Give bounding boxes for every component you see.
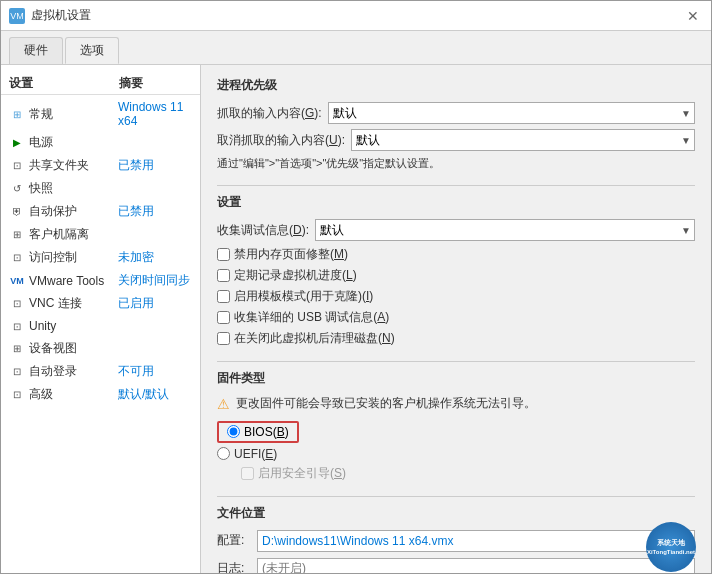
shared-folders-icon: ⊡ bbox=[9, 158, 25, 174]
vnc-label: VNC 连接 bbox=[29, 295, 114, 312]
clean-disk-label: 在关闭此虚拟机后清理磁盘(N) bbox=[234, 330, 395, 347]
log-checkbox[interactable] bbox=[217, 269, 230, 282]
secure-boot-row: 启用安全引导(S) bbox=[241, 465, 695, 482]
left-panel: 设置 摘要 ⊞ 常规 Windows 11 x64 ▶ 电源 ⊡ 共享文件夹 已… bbox=[1, 65, 201, 573]
bios-radio[interactable] bbox=[227, 425, 240, 438]
settings-item-advanced[interactable]: ⊡ 高级 默认/默认 bbox=[1, 383, 200, 406]
advanced-summary: 默认/默认 bbox=[118, 386, 192, 403]
config-path-input[interactable] bbox=[257, 530, 695, 552]
priority-section: 进程优先级 抓取的输入内容(G): 默认 ▼ 取消抓取的输入内容(U): 默认 bbox=[217, 77, 695, 171]
settings-item-vnc[interactable]: ⊡ VNC 连接 已启用 bbox=[1, 292, 200, 315]
clean-disk-checkbox[interactable] bbox=[217, 332, 230, 345]
vmware-tools-label: VMware Tools bbox=[29, 274, 114, 288]
settings-col-header: 设置 bbox=[9, 75, 119, 92]
guest-isolation-icon: ⊞ bbox=[9, 227, 25, 243]
checkbox-row-clean-disk: 在关闭此虚拟机后清理磁盘(N) bbox=[217, 330, 695, 347]
autoprotect-summary: 已禁用 bbox=[118, 203, 192, 220]
device-view-label: 设备视图 bbox=[29, 340, 114, 357]
autologon-icon: ⊡ bbox=[9, 364, 25, 380]
debug-info-select-wrapper: 默认 ▼ bbox=[315, 219, 695, 241]
summary-col-header: 摘要 bbox=[119, 75, 192, 92]
capture-input-label: 抓取的输入内容(G): bbox=[217, 105, 322, 122]
watermark: 系统天地XiTongTiandi.net bbox=[641, 527, 701, 567]
file-location-section: 文件位置 配置: 日志: bbox=[217, 505, 695, 573]
config-file-row: 配置: bbox=[217, 530, 695, 552]
usb-debug-checkbox[interactable] bbox=[217, 311, 230, 324]
settings-item-access-control[interactable]: ⊡ 访问控制 未加密 bbox=[1, 246, 200, 269]
firmware-warning-text: 更改固件可能会导致已安装的客户机操作系统无法引导。 bbox=[236, 395, 536, 412]
priority-hint: 通过"编辑">"首选项">"优先级"指定默认设置。 bbox=[217, 156, 695, 171]
settings-item-unity[interactable]: ⊡ Unity bbox=[1, 315, 200, 337]
device-view-icon: ⊞ bbox=[9, 341, 25, 357]
template-checkbox[interactable] bbox=[217, 290, 230, 303]
dialog: VM 虚拟机设置 ✕ 硬件 选项 设置 摘要 ⊞ 常规 Windows 11 x… bbox=[0, 0, 712, 574]
divider-2 bbox=[217, 361, 695, 362]
secure-boot-checkbox-row: 启用安全引导(S) bbox=[241, 465, 695, 482]
settings-item-device-view[interactable]: ⊞ 设备视图 bbox=[1, 337, 200, 360]
access-control-label: 访问控制 bbox=[29, 249, 114, 266]
log-path-input[interactable] bbox=[257, 558, 695, 573]
debug-info-label: 收集调试信息(D): bbox=[217, 222, 309, 239]
checkbox-row-log: 定期记录虚拟机进度(L) bbox=[217, 267, 695, 284]
autoprotect-icon: ⛨ bbox=[9, 204, 25, 220]
access-control-summary: 未加密 bbox=[118, 249, 192, 266]
autoprotect-label: 自动保护 bbox=[29, 203, 114, 220]
bios-option-highlighted: BIOS(B) bbox=[217, 421, 299, 443]
usb-debug-label: 收集详细的 USB 调试信息(A) bbox=[234, 309, 389, 326]
settings-item-shared-folders[interactable]: ⊡ 共享文件夹 已禁用 bbox=[1, 154, 200, 177]
dialog-title: 虚拟机设置 bbox=[31, 7, 91, 24]
snapshot-icon: ↺ bbox=[9, 181, 25, 197]
vmware-tools-summary: 关闭时间同步 bbox=[118, 272, 192, 289]
tab-hardware[interactable]: 硬件 bbox=[9, 37, 63, 64]
vmware-tools-icon: VM bbox=[9, 273, 25, 289]
shared-folders-summary: 已禁用 bbox=[118, 157, 192, 174]
memory-label: 禁用内存页面修整(M) bbox=[234, 246, 348, 263]
divider-3 bbox=[217, 496, 695, 497]
debug-info-select[interactable]: 默认 bbox=[315, 219, 695, 241]
capture-input-select[interactable]: 默认 bbox=[328, 102, 695, 124]
config-label: 配置: bbox=[217, 532, 251, 549]
general-icon: ⊞ bbox=[9, 106, 25, 122]
capture-input-row: 抓取的输入内容(G): 默认 ▼ bbox=[217, 102, 695, 124]
settings-item-snapshot[interactable]: ↺ 快照 bbox=[1, 177, 200, 200]
unity-icon: ⊡ bbox=[9, 318, 25, 334]
checkbox-row-template: 启用模板模式(用于克隆)(I) bbox=[217, 288, 695, 305]
settings-section-title: 设置 bbox=[217, 194, 695, 213]
template-label: 启用模板模式(用于克隆)(I) bbox=[234, 288, 373, 305]
settings-list: ⊞ 常规 Windows 11 x64 ▶ 电源 ⊡ 共享文件夹 已禁用 ↺ 快… bbox=[1, 97, 200, 406]
watermark-logo: 系统天地XiTongTiandi.net bbox=[646, 522, 696, 572]
bios-radio-row: BIOS(B) bbox=[217, 421, 695, 443]
settings-item-general[interactable]: ⊞ 常规 Windows 11 x64 bbox=[1, 97, 200, 131]
close-button[interactable]: ✕ bbox=[683, 6, 703, 26]
release-input-select[interactable]: 默认 bbox=[351, 129, 695, 151]
log-label: 日志: bbox=[217, 560, 251, 573]
power-icon: ▶ bbox=[9, 135, 25, 151]
settings-item-guest-isolation[interactable]: ⊞ 客户机隔离 bbox=[1, 223, 200, 246]
capture-input-select-wrapper: 默认 ▼ bbox=[328, 102, 695, 124]
advanced-icon: ⊡ bbox=[9, 387, 25, 403]
secure-boot-checkbox[interactable] bbox=[241, 467, 254, 480]
release-input-label: 取消抓取的输入内容(U): bbox=[217, 132, 345, 149]
bios-label: BIOS(B) bbox=[244, 425, 289, 439]
settings-item-autoprotect[interactable]: ⛨ 自动保护 已禁用 bbox=[1, 200, 200, 223]
log-label: 定期记录虚拟机进度(L) bbox=[234, 267, 357, 284]
title-bar-left: VM 虚拟机设置 bbox=[9, 7, 91, 24]
vnc-icon: ⊡ bbox=[9, 296, 25, 312]
unity-label: Unity bbox=[29, 319, 114, 333]
settings-item-autologon[interactable]: ⊡ 自动登录 不可用 bbox=[1, 360, 200, 383]
priority-section-title: 进程优先级 bbox=[217, 77, 695, 96]
memory-checkbox[interactable] bbox=[217, 248, 230, 261]
firmware-section-title: 固件类型 bbox=[217, 370, 695, 389]
tab-options[interactable]: 选项 bbox=[65, 37, 119, 64]
vnc-summary: 已启用 bbox=[118, 295, 192, 312]
general-label: 常规 bbox=[29, 106, 114, 123]
release-input-select-wrapper: 默认 ▼ bbox=[351, 129, 695, 151]
settings-item-power[interactable]: ▶ 电源 bbox=[1, 131, 200, 154]
guest-isolation-label: 客户机隔离 bbox=[29, 226, 114, 243]
checkbox-row-usb-debug: 收集详细的 USB 调试信息(A) bbox=[217, 309, 695, 326]
snapshot-label: 快照 bbox=[29, 180, 114, 197]
settings-item-vmware-tools[interactable]: VM VMware Tools 关闭时间同步 bbox=[1, 269, 200, 292]
tab-bar: 硬件 选项 bbox=[1, 31, 711, 65]
uefi-radio[interactable] bbox=[217, 447, 230, 460]
advanced-label: 高级 bbox=[29, 386, 114, 403]
